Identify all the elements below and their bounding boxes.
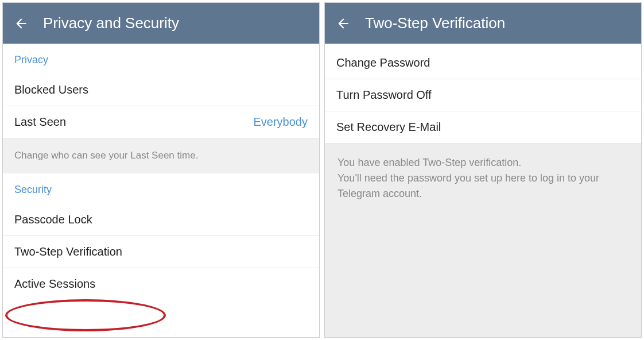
blocked-users-item[interactable]: Blocked Users xyxy=(3,74,319,106)
header-bar: Privacy and Security xyxy=(3,3,319,44)
security-section-header: Security xyxy=(3,173,319,204)
passcode-lock-label: Passcode Lock xyxy=(14,213,92,226)
active-sessions-label: Active Sessions xyxy=(14,277,95,291)
content-area: Privacy Blocked Users Last Seen Everybod… xyxy=(3,44,319,337)
turn-password-off-item[interactable]: Turn Password Off xyxy=(325,79,641,111)
page-title: Privacy and Security xyxy=(43,14,179,32)
arrow-left-icon xyxy=(14,16,29,31)
last-seen-item[interactable]: Last Seen Everybody xyxy=(3,106,319,138)
two-step-label: Two-Step Verification xyxy=(14,245,122,258)
two-step-verification-screen: Two-Step Verification Change Password Tu… xyxy=(324,2,642,338)
content-area: Change Password Turn Password Off Set Re… xyxy=(325,44,641,337)
two-step-description: You have enabled Two-Step verification. … xyxy=(325,144,641,337)
passcode-lock-item[interactable]: Passcode Lock xyxy=(3,204,319,236)
last-seen-description: Change who can see your Last Seen time. xyxy=(3,138,319,173)
blocked-users-label: Blocked Users xyxy=(14,83,88,96)
two-step-verification-item[interactable]: Two-Step Verification xyxy=(3,236,319,268)
page-title: Two-Step Verification xyxy=(365,14,505,32)
turn-password-off-label: Turn Password Off xyxy=(336,88,432,102)
privacy-security-screen: Privacy and Security Privacy Blocked Use… xyxy=(2,2,320,338)
last-seen-label: Last Seen xyxy=(14,115,66,129)
active-sessions-item[interactable]: Active Sessions xyxy=(3,268,319,300)
set-recovery-email-item[interactable]: Set Recovery E-Mail xyxy=(325,111,641,144)
set-recovery-email-label: Set Recovery E-Mail xyxy=(336,121,441,134)
privacy-section-header: Privacy xyxy=(3,44,319,74)
back-button[interactable] xyxy=(335,16,351,32)
arrow-left-icon xyxy=(336,16,351,31)
last-seen-value: Everybody xyxy=(254,115,308,129)
header-bar: Two-Step Verification xyxy=(325,3,641,44)
change-password-label: Change Password xyxy=(336,56,430,69)
back-button[interactable] xyxy=(13,16,29,32)
change-password-item[interactable]: Change Password xyxy=(325,44,641,79)
